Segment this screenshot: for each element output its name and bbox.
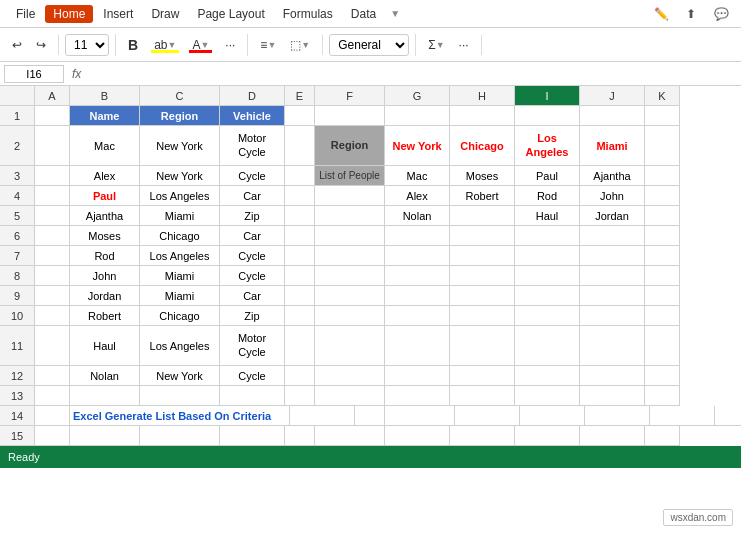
cell-i1[interactable] <box>515 106 580 126</box>
menu-insert[interactable]: Insert <box>95 5 141 23</box>
cell-f4[interactable] <box>315 186 385 206</box>
cell-a6[interactable] <box>35 226 70 246</box>
font-size-select[interactable]: 11 <box>65 34 109 56</box>
cell-c4[interactable]: Los Angeles <box>140 186 220 206</box>
cell-h9[interactable] <box>450 286 515 306</box>
cell-i3[interactable]: Paul <box>515 166 580 186</box>
share-icon[interactable]: ⬆ <box>679 3 703 25</box>
col-header-f[interactable]: F <box>315 86 385 106</box>
cell-b12[interactable]: Nolan <box>70 366 140 386</box>
cell-k10[interactable] <box>645 306 680 326</box>
cell-f5[interactable] <box>315 206 385 226</box>
cell-h10[interactable] <box>450 306 515 326</box>
cell-b6[interactable]: Moses <box>70 226 140 246</box>
cell-g12[interactable] <box>385 366 450 386</box>
cell-d10[interactable]: Zip <box>220 306 285 326</box>
cell-i13[interactable] <box>515 386 580 406</box>
col-header-d[interactable]: D <box>220 86 285 106</box>
cell-h7[interactable] <box>450 246 515 266</box>
cell-e15[interactable] <box>285 426 315 446</box>
cell-j1[interactable] <box>580 106 645 126</box>
cell-a8[interactable] <box>35 266 70 286</box>
cell-c15[interactable] <box>140 426 220 446</box>
cell-c7[interactable]: Los Angeles <box>140 246 220 266</box>
menu-draw[interactable]: Draw <box>143 5 187 23</box>
col-header-i[interactable]: I <box>515 86 580 106</box>
cell-f10[interactable] <box>315 306 385 326</box>
cell-reference[interactable] <box>4 65 64 83</box>
cell-b9[interactable]: Jordan <box>70 286 140 306</box>
cell-a14[interactable] <box>35 406 70 426</box>
cell-e6[interactable] <box>285 226 315 246</box>
cell-j3[interactable]: Ajantha <box>580 166 645 186</box>
cell-g4[interactable]: Alex <box>385 186 450 206</box>
cell-h3[interactable]: Moses <box>450 166 515 186</box>
cell-k5[interactable] <box>645 206 680 226</box>
cell-c2[interactable]: New York <box>140 126 220 166</box>
cell-a3[interactable] <box>35 166 70 186</box>
menu-formulas[interactable]: Formulas <box>275 5 341 23</box>
cell-k2[interactable] <box>645 126 680 166</box>
menu-data[interactable]: Data <box>343 5 384 23</box>
cell-d13[interactable] <box>220 386 285 406</box>
cell-a15[interactable] <box>35 426 70 446</box>
cell-a5[interactable] <box>35 206 70 226</box>
cell-d2[interactable]: Motor Cycle <box>220 126 285 166</box>
cell-d15[interactable] <box>220 426 285 446</box>
cell-j10[interactable] <box>580 306 645 326</box>
align-button[interactable]: ≡ ▼ <box>254 35 282 55</box>
cell-e14[interactable] <box>355 406 385 426</box>
cell-g13[interactable] <box>385 386 450 406</box>
cell-f15[interactable] <box>315 426 385 446</box>
cell-b7[interactable]: Rod <box>70 246 140 266</box>
cell-h13[interactable] <box>450 386 515 406</box>
cell-b10[interactable]: Robert <box>70 306 140 326</box>
col-header-b[interactable]: B <box>70 86 140 106</box>
cell-k13[interactable] <box>645 386 680 406</box>
cell-c3[interactable]: New York <box>140 166 220 186</box>
cell-b15[interactable] <box>70 426 140 446</box>
cell-k14[interactable] <box>715 406 741 426</box>
cell-d12[interactable]: Cycle <box>220 366 285 386</box>
cell-i5[interactable]: Haul <box>515 206 580 226</box>
cell-i2[interactable]: Los Angeles <box>515 126 580 166</box>
cell-a12[interactable] <box>35 366 70 386</box>
cell-j15[interactable] <box>580 426 645 446</box>
cell-h14[interactable] <box>520 406 585 426</box>
cell-f2[interactable]: Region <box>315 126 385 166</box>
cell-c8[interactable]: Miami <box>140 266 220 286</box>
cell-j7[interactable] <box>580 246 645 266</box>
cell-g2[interactable]: New York <box>385 126 450 166</box>
cell-g11[interactable] <box>385 326 450 366</box>
sigma-button[interactable]: Σ ▼ <box>422 35 450 55</box>
cell-a7[interactable] <box>35 246 70 266</box>
col-header-j[interactable]: J <box>580 86 645 106</box>
cell-f3[interactable]: List of People <box>315 166 385 186</box>
cell-g6[interactable] <box>385 226 450 246</box>
cell-g9[interactable] <box>385 286 450 306</box>
cell-c11[interactable]: Los Angeles <box>140 326 220 366</box>
more-format-button[interactable]: ··· <box>219 35 241 55</box>
cell-d14[interactable] <box>290 406 355 426</box>
formula-input[interactable] <box>89 65 737 83</box>
cell-j12[interactable] <box>580 366 645 386</box>
cell-j13[interactable] <box>580 386 645 406</box>
cell-d8[interactable]: Cycle <box>220 266 285 286</box>
cell-e11[interactable] <box>285 326 315 366</box>
cell-e1[interactable] <box>285 106 315 126</box>
cell-f1[interactable] <box>315 106 385 126</box>
cell-a4[interactable] <box>35 186 70 206</box>
cell-b5[interactable]: Ajantha <box>70 206 140 226</box>
font-color-button[interactable]: A ▼ <box>186 35 215 55</box>
cell-j11[interactable] <box>580 326 645 366</box>
cell-d5[interactable]: Zip <box>220 206 285 226</box>
cell-h1[interactable] <box>450 106 515 126</box>
cell-h4[interactable]: Robert <box>450 186 515 206</box>
cell-k11[interactable] <box>645 326 680 366</box>
cell-d9[interactable]: Car <box>220 286 285 306</box>
bold-button[interactable]: B <box>122 34 144 56</box>
cell-a13[interactable] <box>35 386 70 406</box>
menu-file[interactable]: File <box>8 5 43 23</box>
cell-i9[interactable] <box>515 286 580 306</box>
cell-g7[interactable] <box>385 246 450 266</box>
